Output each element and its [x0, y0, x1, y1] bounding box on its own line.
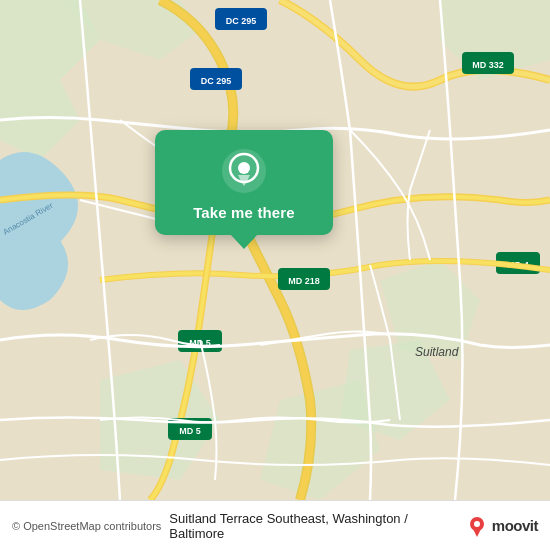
bottom-bar: © OpenStreetMap contributors Suitland Te… — [0, 500, 550, 550]
moovit-logo: moovit — [466, 515, 538, 537]
map-background: DC 295 DC 295 DC 295 MD 332 MD 4 MD 218 … — [0, 0, 550, 500]
svg-text:Suitland: Suitland — [415, 345, 459, 359]
svg-text:DC 295: DC 295 — [201, 76, 232, 86]
svg-point-29 — [238, 162, 250, 174]
svg-text:DC 295: DC 295 — [226, 16, 257, 26]
moovit-pin-icon — [466, 515, 488, 537]
take-me-there-label: Take me there — [193, 204, 295, 221]
svg-text:MD 5: MD 5 — [179, 426, 201, 436]
location-text: Suitland Terrace Southeast, Washington /… — [169, 511, 457, 541]
map-svg: DC 295 DC 295 DC 295 MD 332 MD 4 MD 218 … — [0, 0, 550, 500]
location-pin-icon — [221, 148, 267, 194]
svg-text:MD 332: MD 332 — [472, 60, 504, 70]
copyright-text: © OpenStreetMap contributors — [12, 520, 161, 532]
svg-point-31 — [474, 521, 480, 527]
location-popup[interactable]: Take me there — [155, 130, 333, 235]
svg-text:MD 218: MD 218 — [288, 276, 320, 286]
moovit-text: moovit — [492, 517, 538, 534]
